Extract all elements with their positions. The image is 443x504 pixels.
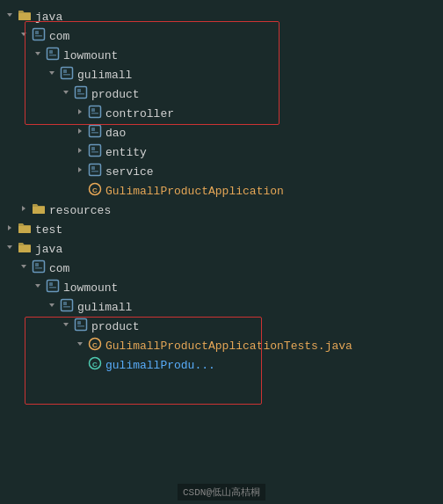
watermark: CSDN@低山高桔桐: [178, 484, 265, 500]
svg-text:C: C: [92, 186, 98, 194]
svg-rect-10: [62, 68, 73, 79]
svg-rect-18: [90, 106, 101, 118]
node-label: gulimall: [77, 69, 132, 82]
folder-icon: [18, 241, 35, 257]
svg-rect-31: [91, 166, 95, 170]
svg-rect-26: [90, 145, 101, 157]
tree-node-14[interactable]: lowmount: [0, 278, 443, 297]
tree-node-6[interactable]: dao: [0, 123, 443, 142]
svg-marker-35: [22, 206, 25, 211]
tree-node-0[interactable]: java: [0, 7, 443, 26]
arrow-icon: [18, 262, 30, 274]
svg-rect-48: [63, 302, 67, 305]
arrow-icon: [46, 69, 58, 81]
node-label: product: [91, 320, 140, 333]
svg-marker-36: [8, 225, 11, 230]
svg-marker-21: [78, 128, 82, 134]
svg-rect-19: [91, 108, 95, 112]
svg-rect-20: [91, 113, 98, 114]
java-class-icon: C: [88, 337, 105, 354]
svg-marker-0: [7, 13, 12, 17]
tree-node-18[interactable]: C gulimallProdu...: [0, 355, 443, 375]
tree-node-12[interactable]: java: [0, 239, 443, 259]
package-icon: [88, 124, 105, 142]
node-label: test: [35, 223, 62, 237]
svg-marker-54: [77, 342, 83, 346]
package-icon: [32, 27, 49, 45]
svg-rect-28: [91, 151, 98, 153]
package-icon: [88, 105, 105, 122]
svg-marker-1: [21, 33, 26, 36]
arrow-icon: [4, 11, 16, 23]
node-label: resources: [49, 204, 111, 217]
tree-node-17[interactable]: C GulimallProductApplicationTests.java: [0, 336, 443, 355]
svg-text:C: C: [92, 341, 98, 349]
svg-rect-7: [49, 50, 53, 54]
arrow-icon: [74, 107, 86, 120]
tree-node-1[interactable]: com: [0, 26, 443, 46]
arrow-icon: [60, 88, 72, 100]
svg-rect-39: [33, 261, 45, 273]
node-label: java: [35, 243, 62, 256]
svg-rect-47: [62, 300, 73, 311]
svg-marker-9: [49, 71, 54, 75]
tree-node-11[interactable]: test: [0, 220, 443, 239]
svg-rect-23: [91, 128, 95, 131]
node-label: service: [105, 165, 154, 179]
package-icon: [60, 298, 77, 316]
svg-rect-15: [77, 89, 81, 92]
tree-node-15[interactable]: gulimall: [0, 297, 443, 317]
node-label: java: [35, 11, 62, 24]
svg-rect-45: [49, 287, 56, 289]
package-icon: [88, 143, 105, 161]
tree-node-3[interactable]: gulimall: [0, 65, 443, 84]
svg-rect-43: [47, 281, 59, 292]
svg-rect-41: [35, 267, 42, 269]
svg-marker-17: [78, 109, 82, 114]
svg-marker-38: [21, 265, 26, 268]
svg-rect-44: [49, 282, 53, 286]
tree-node-5[interactable]: controller: [0, 104, 443, 123]
package-icon: [88, 163, 105, 180]
tree-node-8[interactable]: service: [0, 162, 443, 181]
arrow-icon: [18, 204, 30, 216]
tree-node-9[interactable]: C GulimallProductApplication: [0, 181, 443, 201]
package-icon: [74, 318, 91, 335]
tree-node-2[interactable]: lowmount: [0, 46, 443, 65]
arrow-icon: [18, 30, 30, 42]
svg-rect-49: [63, 306, 70, 308]
svg-marker-37: [7, 245, 12, 249]
tree-node-10[interactable]: resources: [0, 201, 443, 220]
folder-icon: [18, 9, 35, 25]
tree-node-16[interactable]: product: [0, 317, 443, 336]
node-label: controller: [105, 107, 174, 121]
svg-rect-14: [76, 87, 87, 99]
java-class-icon: C: [88, 182, 105, 200]
tree-node-4[interactable]: product: [0, 84, 443, 104]
svg-marker-13: [63, 91, 69, 94]
svg-rect-40: [35, 263, 39, 267]
svg-rect-30: [90, 164, 101, 176]
svg-rect-3: [35, 31, 39, 34]
arrow-icon: [32, 281, 44, 294]
svg-rect-32: [91, 171, 98, 172]
file-tree: java com lowmount gulimall product contr…: [0, 0, 443, 382]
svg-marker-5: [35, 52, 40, 55]
java-class-icon: C: [88, 356, 105, 374]
node-label: gulimallProdu...: [105, 359, 215, 372]
arrow-icon: [46, 301, 58, 313]
package-icon: [60, 66, 77, 84]
node-label: dao: [105, 127, 126, 140]
tree-node-7[interactable]: entity: [0, 142, 443, 162]
svg-marker-42: [35, 284, 40, 288]
svg-rect-4: [35, 35, 42, 37]
svg-rect-11: [63, 69, 67, 73]
node-label: lowmount: [63, 49, 118, 62]
node-label: lowmount: [63, 281, 118, 295]
package-icon: [74, 85, 91, 103]
svg-text:C: C: [92, 361, 98, 369]
package-icon: [46, 279, 63, 296]
arrow-icon: [60, 320, 72, 332]
svg-rect-51: [76, 319, 87, 331]
tree-node-13[interactable]: com: [0, 259, 443, 278]
